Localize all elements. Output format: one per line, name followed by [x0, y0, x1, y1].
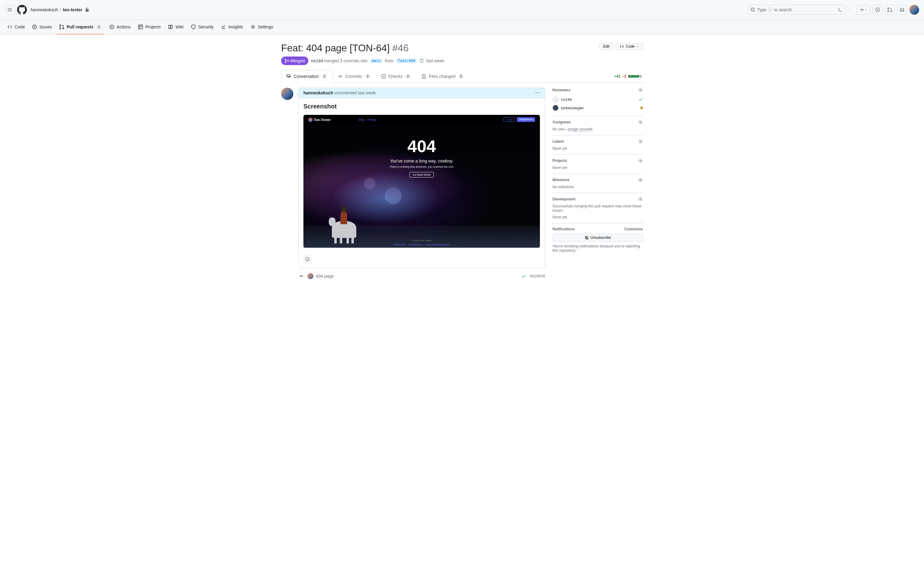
diff-deletions: −2	[622, 74, 626, 79]
code-button-label: Code	[626, 44, 635, 48]
pr-merge-info: ns144 merged 3 commits into	[311, 58, 367, 63]
global-header: hanneskoksch / ton-texter Type / to sear…	[0, 0, 924, 20]
reviewer-name-link[interactable]: torbenziegler	[561, 106, 638, 110]
notifications-title: Notifications	[552, 227, 575, 231]
pr-state-badge: Merged	[281, 56, 308, 65]
user-avatar[interactable]	[909, 5, 919, 15]
code-icon	[7, 24, 12, 29]
assign-yourself-link[interactable]: assign yourself	[568, 127, 592, 132]
unsubscribe-label: Unsubscribe	[591, 235, 611, 240]
notifications-customize-link[interactable]: Customize	[624, 227, 643, 231]
comment-author-avatar[interactable]	[281, 88, 293, 100]
pr-merge-text-2: from	[385, 58, 393, 63]
nav-security[interactable]: Security	[189, 20, 216, 34]
nav-issues[interactable]: Issues	[30, 20, 54, 34]
svg-point-2	[888, 8, 889, 9]
hamburger-menu-button[interactable]	[5, 5, 15, 15]
comment-menu-button[interactable]	[535, 90, 540, 95]
commit-sha-link[interactable]: 9e10e56	[529, 274, 545, 278]
add-reaction-button[interactable]	[303, 255, 311, 263]
pr-state-label: Merged	[290, 58, 305, 63]
projects-gear-icon[interactable]	[638, 158, 643, 163]
ss-subtitle: You've come a long way, cowboy.	[390, 158, 453, 163]
file-diff-icon	[421, 74, 426, 79]
reviewer-name-link[interactable]: ns144	[561, 97, 636, 102]
tab-commits[interactable]: Commits 3	[333, 70, 376, 82]
tab-files[interactable]: Files changed 3	[416, 70, 469, 82]
reviewers-title: Reviewers	[552, 88, 571, 92]
issue-icon	[32, 24, 37, 29]
svg-point-30	[640, 179, 641, 181]
nav-projects-label: Projects	[145, 24, 161, 29]
tab-checks[interactable]: Checks 0	[376, 70, 416, 82]
assignees-title: Assignees	[552, 120, 571, 124]
notifications-reason: You're receiving notifications because y…	[552, 244, 643, 253]
pr-merge-text-1: merged 3 commits into	[324, 58, 368, 63]
assignees-gear-icon[interactable]	[638, 120, 643, 125]
nav-insights[interactable]: Insights	[218, 20, 245, 34]
ss-home-button: Go back home	[410, 172, 434, 177]
nav-code[interactable]: Code	[5, 20, 27, 34]
commit-status-check-icon[interactable]	[522, 274, 526, 278]
nav-actions[interactable]: Actions	[107, 20, 133, 34]
unsubscribe-button[interactable]: Unsubscribe	[552, 234, 643, 242]
labels-title: Labels	[552, 139, 564, 143]
milestone-gear-icon[interactable]	[638, 177, 643, 182]
reviewer-row[interactable]: ns144	[552, 95, 643, 103]
breadcrumb-repo[interactable]: ton-texter	[63, 7, 82, 12]
screenshot-image[interactable]: Ton-Texter BlogPricing LoginRegistrieren…	[303, 115, 540, 248]
command-palette-icon[interactable]	[838, 7, 843, 12]
tab-conversation[interactable]: Conversation 2	[281, 70, 333, 82]
commit-author-avatar[interactable]	[307, 273, 313, 279]
development-gear-icon[interactable]	[638, 197, 643, 201]
nav-actions-label: Actions	[117, 24, 131, 29]
comment-footer	[298, 253, 545, 268]
comment-time[interactable]: last week	[358, 90, 376, 95]
projects-title: Projects	[552, 158, 567, 163]
issues-button[interactable]	[872, 5, 882, 15]
lock-icon	[85, 8, 89, 12]
comment-author-link[interactable]: hanneskoksch	[303, 90, 333, 95]
reviewers-gear-icon[interactable]	[638, 88, 643, 93]
breadcrumb-owner[interactable]: hanneskoksch	[31, 7, 58, 12]
github-logo[interactable]	[17, 5, 27, 15]
nav-settings[interactable]: Settings	[248, 20, 276, 34]
timeline-comment: hanneskoksch commented last week Screens…	[281, 88, 545, 268]
gear-icon	[250, 24, 255, 29]
milestone-title: Milestone	[552, 178, 569, 182]
pull-request-icon	[887, 7, 892, 12]
milestone-empty: No milestone	[552, 185, 643, 189]
svg-point-28	[640, 141, 641, 142]
create-new-button[interactable]	[857, 5, 870, 15]
nav-projects[interactable]: Projects	[135, 20, 163, 34]
pull-requests-button[interactable]	[885, 5, 895, 15]
review-pending-icon	[640, 106, 643, 109]
pr-number: #46	[392, 42, 408, 53]
svg-point-22	[306, 257, 310, 261]
reviewer-row[interactable]: torbenziegler	[552, 103, 643, 112]
tab-conversation-count: 2	[321, 74, 327, 79]
plus-icon	[860, 8, 864, 12]
commit-message-link[interactable]: 404 page	[316, 274, 334, 279]
copy-branch-icon[interactable]	[419, 59, 424, 63]
labels-gear-icon[interactable]	[638, 139, 643, 144]
svg-point-12	[252, 26, 253, 27]
nav-wiki[interactable]: Wiki	[166, 20, 186, 34]
inbox-button[interactable]	[897, 5, 907, 15]
nav-pulls-label: Pull requests	[67, 24, 94, 29]
nav-wiki-label: Wiki	[176, 24, 183, 29]
svg-point-1	[877, 9, 878, 10]
sidebar-notifications: Notifications Customize Unsubscribe You'…	[552, 223, 643, 256]
breadcrumb-separator: /	[60, 7, 61, 12]
ss-404-heading: 404	[407, 136, 436, 156]
edit-button[interactable]: Edit	[599, 43, 614, 50]
head-branch[interactable]: feat/404	[396, 58, 418, 63]
svg-point-7	[60, 25, 61, 26]
pr-author-link[interactable]: ns144	[311, 58, 323, 63]
svg-point-4	[891, 11, 892, 12]
code-button[interactable]: Code	[616, 43, 643, 50]
nav-pull-requests[interactable]: Pull requests 1	[57, 20, 105, 34]
search-input[interactable]: Type / to search	[748, 5, 845, 15]
base-branch[interactable]: main	[370, 58, 382, 63]
diff-additions: +41	[614, 74, 620, 79]
